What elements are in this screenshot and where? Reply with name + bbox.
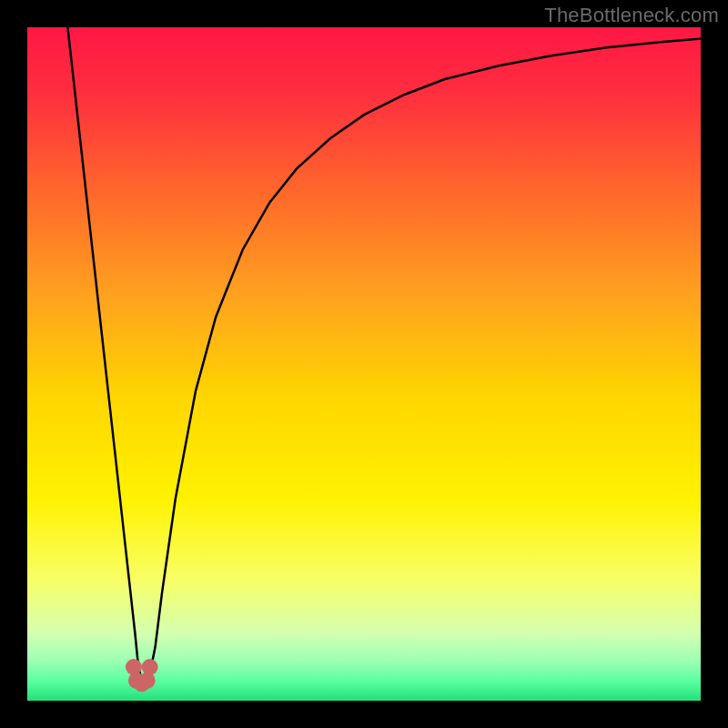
outer-frame: TheBottleneck.com [0,0,728,728]
optimal-dot [142,659,158,675]
bottleneck-chart [27,27,701,701]
attribution-text: TheBottleneck.com [544,4,719,27]
optimal-dot [126,659,142,675]
heat-gradient-background [27,27,701,701]
plot-area [27,27,701,701]
optimal-dot [139,672,156,689]
